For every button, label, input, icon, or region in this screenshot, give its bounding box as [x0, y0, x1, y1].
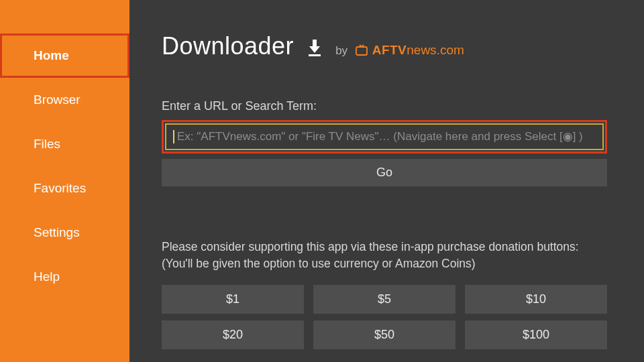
tv-icon [355, 44, 368, 59]
app-header: Downloader by AFTVnews.com [162, 32, 607, 60]
download-icon [306, 38, 323, 57]
donation-text: Please consider supporting this app via … [162, 239, 607, 273]
url-input-highlight [162, 120, 607, 154]
donation-section: Please consider supporting this app via … [162, 239, 607, 349]
svg-rect-0 [309, 54, 321, 56]
text-cursor [173, 130, 174, 143]
donation-text-line1: Please consider supporting this app via … [162, 239, 607, 255]
url-label: Enter a URL or Search Term: [162, 99, 607, 113]
sidebar-item-browser[interactable]: Browser [0, 78, 129, 122]
donation-button-50[interactable]: $50 [313, 320, 455, 349]
donation-button-1[interactable]: $1 [162, 285, 304, 314]
sidebar-item-settings[interactable]: Settings [0, 210, 129, 255]
main-content: Downloader by AFTVnews.com Enter a URL o… [129, 0, 644, 362]
by-text: by [335, 44, 347, 57]
brand-domain: .com [437, 43, 464, 57]
go-button[interactable]: Go [162, 159, 607, 186]
brand-aftv: AFTV [372, 43, 407, 57]
byline: by AFTVnews.com [335, 43, 464, 58]
sidebar-item-files[interactable]: Files [0, 122, 129, 166]
donation-grid: $1 $5 $10 $20 $50 $100 [162, 285, 607, 349]
app-title: Downloader [162, 32, 294, 60]
sidebar: Home Browser Files Favorites Settings He… [0, 0, 129, 362]
donation-button-100[interactable]: $100 [465, 320, 607, 349]
url-input-container[interactable] [165, 123, 604, 150]
svg-rect-1 [356, 47, 367, 55]
sidebar-item-home[interactable]: Home [0, 34, 129, 78]
sidebar-item-help[interactable]: Help [0, 255, 129, 299]
donation-text-line2: (You'll be given the option to use curre… [162, 255, 607, 272]
url-input[interactable] [177, 130, 596, 143]
sidebar-item-favorites[interactable]: Favorites [0, 166, 129, 210]
donation-button-5[interactable]: $5 [313, 285, 455, 314]
donation-button-10[interactable]: $10 [465, 285, 607, 314]
donation-button-20[interactable]: $20 [162, 320, 304, 349]
brand-news: news [407, 43, 436, 57]
